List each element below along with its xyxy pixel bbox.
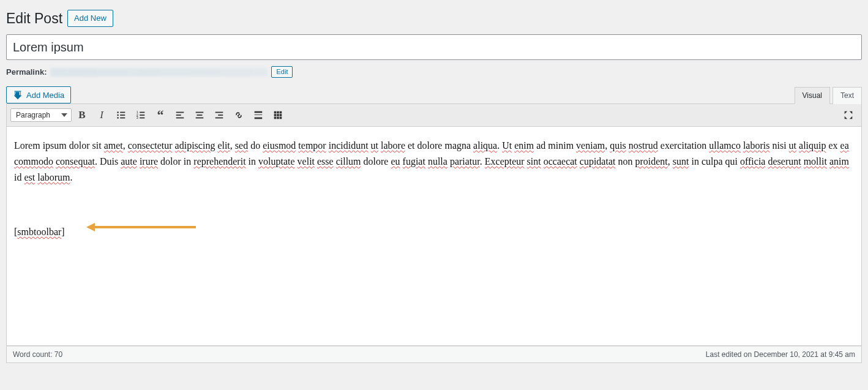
svg-rect-32 <box>277 117 279 119</box>
svg-point-5 <box>117 118 119 119</box>
last-edited: Last edited on December 10, 2021 at 9:45… <box>706 350 855 359</box>
svg-rect-4 <box>120 115 125 116</box>
svg-rect-16 <box>196 112 204 113</box>
svg-point-1 <box>117 112 119 114</box>
editor-status-bar: Word count: 70 Last edited on December 1… <box>6 346 862 363</box>
svg-rect-2 <box>120 112 125 113</box>
svg-rect-15 <box>176 118 184 119</box>
editor-toolbar: Paragraph B I 123 “ <box>6 103 862 127</box>
svg-rect-21 <box>215 118 223 119</box>
editor-topbar: Add Media Visual Text <box>6 86 862 103</box>
svg-rect-29 <box>277 114 279 117</box>
svg-rect-31 <box>274 117 277 119</box>
page-header: Edit Post Add New <box>6 5 862 27</box>
bullet-list-button[interactable] <box>112 106 130 124</box>
svg-rect-13 <box>176 112 184 113</box>
align-center-button[interactable] <box>190 106 209 124</box>
svg-rect-26 <box>277 111 279 114</box>
content-paragraph[interactable]: Lorem ipsum dolor sit amet, consectetur … <box>14 138 854 185</box>
format-select[interactable]: Paragraph <box>10 108 72 122</box>
svg-rect-19 <box>215 112 223 113</box>
permalink-row: Permalink: Edit <box>6 66 862 78</box>
numbered-list-button[interactable]: 123 <box>132 106 150 124</box>
svg-rect-30 <box>280 114 282 117</box>
media-icon <box>13 90 23 100</box>
add-media-label: Add Media <box>26 91 64 100</box>
fullscreen-button[interactable] <box>839 106 858 124</box>
tab-visual[interactable]: Visual <box>795 87 830 104</box>
svg-rect-17 <box>197 115 203 116</box>
svg-rect-12 <box>140 118 144 119</box>
svg-rect-25 <box>274 111 277 114</box>
permalink-url-blurred <box>50 68 268 77</box>
svg-point-3 <box>117 114 119 116</box>
link-button[interactable] <box>230 106 248 124</box>
permalink-label: Permalink: <box>6 67 47 77</box>
editor-content[interactable]: Lorem ipsum dolor sit amet, consectetur … <box>6 127 862 346</box>
add-new-button[interactable]: Add New <box>67 10 113 27</box>
svg-rect-22 <box>255 111 263 113</box>
svg-rect-6 <box>120 118 125 119</box>
toolbar-toggle-button[interactable] <box>269 106 287 124</box>
svg-rect-18 <box>196 118 204 119</box>
editor-mode-tabs: Visual Text <box>792 86 862 103</box>
post-title-input[interactable] <box>6 34 862 60</box>
svg-rect-33 <box>280 117 282 119</box>
svg-rect-20 <box>218 115 223 116</box>
annotation-arrow <box>86 223 196 231</box>
align-left-button[interactable] <box>171 106 189 124</box>
svg-rect-14 <box>176 115 181 116</box>
svg-rect-8 <box>140 112 144 113</box>
svg-rect-24 <box>255 118 263 119</box>
read-more-button[interactable] <box>249 106 268 124</box>
italic-button[interactable]: I <box>92 106 111 124</box>
bold-button[interactable]: B <box>73 106 91 124</box>
svg-text:3: 3 <box>137 116 138 120</box>
svg-rect-27 <box>280 111 282 114</box>
tab-text[interactable]: Text <box>832 87 862 104</box>
svg-rect-23 <box>255 115 263 116</box>
page-title: Edit Post <box>6 10 62 27</box>
add-media-button[interactable]: Add Media <box>6 86 71 103</box>
blockquote-button[interactable]: “ <box>151 106 170 124</box>
svg-rect-28 <box>274 114 277 117</box>
svg-rect-10 <box>140 115 144 116</box>
align-right-button[interactable] <box>210 106 228 124</box>
word-count: Word count: 70 <box>13 350 62 359</box>
edit-permalink-button[interactable]: Edit <box>271 66 293 78</box>
